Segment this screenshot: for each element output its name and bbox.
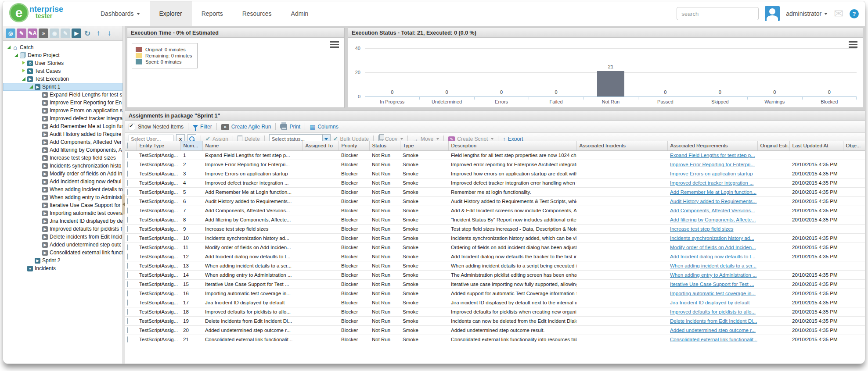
row-checkbox[interactable]: [127, 180, 128, 186]
row-checkbox[interactable]: [127, 235, 128, 241]
user-story-package-icon[interactable]: ◉: [50, 29, 59, 38]
associated-requirement-cell[interactable]: Added undetermined step outcome r...: [667, 326, 757, 335]
row-checkbox-cell[interactable]: [125, 261, 137, 271]
header-checkbox-cell[interactable]: [125, 141, 137, 151]
row-checkbox[interactable]: [127, 336, 128, 342]
associated-requirement-cell[interactable]: When adding entry to Administration ...: [667, 271, 757, 280]
tree-item[interactable]: ▶Add Components, Affected Ver: [3, 138, 122, 146]
associated-requirement-cell[interactable]: Consolidated external link functionalit.…: [667, 335, 757, 344]
bar[interactable]: [597, 71, 624, 96]
requirement-link[interactable]: Importing automatic test coverage in...: [670, 291, 756, 296]
associated-requirement-cell[interactable]: Improve Error Reporting for Enterpri...: [667, 160, 757, 169]
row-checkbox[interactable]: [127, 207, 128, 214]
tree-item[interactable]: ▶Improve Error Reporting for En: [3, 99, 122, 107]
associated-requirement-cell[interactable]: Improved defect tracker integration ...: [667, 178, 757, 188]
row-checkbox-cell[interactable]: [125, 289, 137, 298]
associated-requirement-cell[interactable]: Incidents synchronization history ad...: [667, 234, 757, 243]
associated-requirement-cell[interactable]: Improved defaults for picklists to allo.…: [667, 307, 757, 317]
requirement-link[interactable]: Improve Errors on application startup: [670, 171, 753, 176]
tree-item[interactable]: ▶Iterative Use Case Support for: [3, 201, 122, 209]
tree-expander-icon[interactable]: [22, 61, 26, 65]
row-checkbox-cell[interactable]: [125, 178, 137, 188]
nav-item-dashboards[interactable]: Dashboards: [91, 1, 150, 26]
requirement-link[interactable]: Improved defaults for picklists to allo.…: [670, 309, 756, 314]
requirement-link[interactable]: Add Components, Affected Versions...: [670, 208, 755, 213]
create-agile-run-button[interactable]: »Create Agile Run: [221, 124, 271, 130]
tree-item[interactable]: ▶Improved defaults for picklists f: [3, 225, 122, 233]
associated-requirement-cell[interactable]: Modify order of fields on Add Inciden...: [667, 243, 757, 252]
row-checkbox-cell[interactable]: [125, 160, 137, 169]
tree-item[interactable]: ▶Modify order of fields on Add In: [3, 170, 122, 178]
requirement-link[interactable]: Add Remember Me at Login function...: [670, 189, 756, 195]
row-checkbox[interactable]: [127, 217, 128, 223]
column-header[interactable]: Last Updated At: [789, 141, 843, 151]
tree-expander-icon[interactable]: [7, 45, 11, 50]
requirement-link[interactable]: Added undetermined step outcome r...: [670, 328, 756, 333]
edit-label-icon[interactable]: ✎A: [28, 29, 37, 38]
row-checkbox-cell[interactable]: [125, 225, 137, 234]
splitter-collapse-handle[interactable]: [122, 194, 125, 214]
mail-icon[interactable]: ✉: [834, 8, 843, 19]
filter-button[interactable]: Filter: [193, 124, 212, 130]
requirement-link[interactable]: Improve Error Reporting for Enterpri...: [670, 162, 755, 167]
tree-item[interactable]: ▶Increase test step field sizes: [3, 154, 122, 162]
tree-item[interactable]: ▶Jira Incident ID displayed by de: [3, 217, 122, 225]
row-checkbox-cell[interactable]: [125, 326, 137, 335]
tree-item[interactable]: ▶Test Execution: [3, 75, 122, 83]
print-button[interactable]: Print: [280, 124, 300, 130]
row-checkbox-cell[interactable]: [125, 280, 137, 289]
requirement-link[interactable]: When adding incident details to a scr...: [670, 263, 756, 268]
tree-item[interactable]: ✎Test Cases: [3, 67, 122, 75]
move-down-icon[interactable]: ↓: [104, 29, 114, 38]
column-header[interactable]: Assigned To: [303, 141, 339, 151]
requirement-link[interactable]: Increase test step field sizes: [670, 226, 733, 232]
associated-requirement-cell[interactable]: Add Components, Affected Versions...: [667, 206, 757, 215]
associated-requirement-cell[interactable]: Iterative Use Case Support for Test ...: [667, 280, 757, 289]
column-header[interactable]: Associated Requirements: [667, 141, 757, 151]
requirement-link[interactable]: Jira Incident ID displayed by default: [670, 300, 750, 305]
tree-item[interactable]: ▶Improved defect tracker integra: [3, 114, 122, 122]
row-checkbox-cell[interactable]: [125, 335, 137, 344]
tree-item[interactable]: ▶Add Remember Me at Login fun: [3, 122, 122, 130]
tree-item[interactable]: ▶Consolidated external link funct: [3, 249, 122, 257]
tree-expander-icon[interactable]: [29, 85, 33, 89]
requirement-link[interactable]: Add filtering by Components, Affecte...: [670, 217, 756, 222]
chart-menu-icon[interactable]: [330, 41, 339, 49]
column-header[interactable]: Obje...: [843, 141, 865, 151]
row-checkbox[interactable]: [127, 263, 128, 269]
app-logo[interactable]: e nterprise tester: [9, 3, 63, 22]
column-header[interactable]: Entity Type: [137, 141, 180, 151]
select-tool-icon[interactable]: ◎: [6, 29, 15, 38]
tree-item[interactable]: ▶Sprint 2: [3, 257, 122, 264]
tree-expander-icon[interactable]: [22, 77, 26, 81]
tree-expander-icon[interactable]: [14, 53, 18, 57]
row-checkbox[interactable]: [127, 300, 128, 306]
row-checkbox-cell[interactable]: [125, 169, 137, 178]
column-header[interactable]: Priority: [339, 141, 369, 151]
tree-item[interactable]: ▶When adding entry to Administr: [3, 193, 122, 201]
column-header[interactable]: Associated Incidents: [576, 141, 667, 151]
nav-item-explorer[interactable]: Explorer: [150, 1, 192, 26]
tree-item[interactable]: OUser Stories: [3, 59, 122, 67]
row-checkbox[interactable]: [127, 318, 128, 324]
row-checkbox[interactable]: [127, 226, 128, 232]
requirement-link[interactable]: Delete incidents from Edit Incident Di..…: [670, 318, 757, 324]
help-icon[interactable]: ?: [850, 9, 859, 18]
row-checkbox[interactable]: [127, 244, 128, 250]
columns-button[interactable]: ▦Columns: [310, 124, 339, 130]
show-nested-checkbox[interactable]: [129, 124, 135, 130]
associated-requirement-cell[interactable]: Jira Incident ID displayed by default: [667, 298, 757, 307]
avatar[interactable]: [765, 6, 780, 21]
associated-requirement-cell[interactable]: Delete incidents from Edit Incident Di..…: [667, 317, 757, 326]
execution-package-icon[interactable]: ▶: [72, 29, 81, 38]
column-header[interactable]: Original Esti...: [757, 141, 789, 151]
requirement-link[interactable]: Modify order of fields on Add Inciden...: [670, 245, 756, 250]
column-header[interactable]: Type: [400, 141, 448, 151]
row-checkbox-cell[interactable]: [125, 234, 137, 243]
row-checkbox[interactable]: [127, 189, 128, 195]
tree-item[interactable]: ●Incidents: [3, 264, 122, 272]
row-checkbox[interactable]: [127, 253, 128, 260]
tree-item[interactable]: ▶Incidents synchronization histo: [3, 162, 122, 170]
move-up-icon[interactable]: ↑: [94, 29, 103, 38]
row-checkbox-cell[interactable]: [125, 215, 137, 225]
